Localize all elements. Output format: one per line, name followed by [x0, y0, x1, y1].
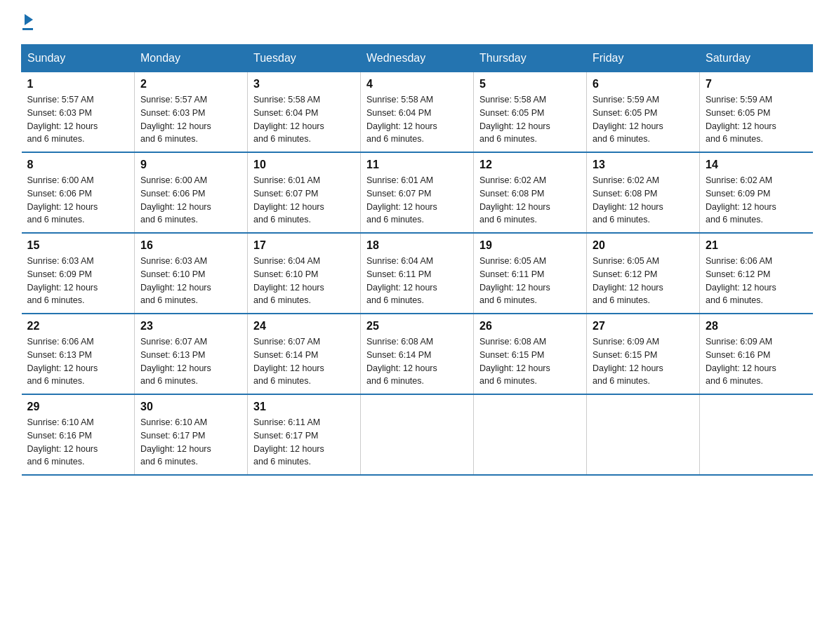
day-number: 23: [140, 320, 241, 333]
calendar-cell: 21 Sunrise: 6:06 AMSunset: 6:12 PMDaylig…: [700, 233, 813, 314]
calendar-cell: 7 Sunrise: 5:59 AMSunset: 6:05 PMDayligh…: [700, 72, 813, 153]
calendar-cell: 27 Sunrise: 6:09 AMSunset: 6:15 PMDaylig…: [587, 314, 700, 394]
calendar-body: 1 Sunrise: 5:57 AMSunset: 6:03 PMDayligh…: [22, 72, 813, 476]
day-info: Sunrise: 5:57 AMSunset: 6:03 PMDaylight:…: [27, 93, 129, 146]
calendar-cell: [361, 394, 474, 475]
day-number: 1: [27, 78, 129, 90]
calendar-cell: 18 Sunrise: 6:04 AMSunset: 6:11 PMDaylig…: [361, 233, 474, 314]
day-info: Sunrise: 6:05 AMSunset: 6:12 PMDaylight:…: [593, 255, 694, 307]
calendar-cell: 13 Sunrise: 6:02 AMSunset: 6:08 PMDaylig…: [587, 152, 700, 233]
calendar-header: Sunday Monday Tuesday Wednesday Thursday…: [22, 45, 813, 72]
day-number: 5: [479, 78, 581, 90]
calendar-cell: 22 Sunrise: 6:06 AMSunset: 6:13 PMDaylig…: [22, 314, 135, 394]
day-number: 13: [593, 159, 694, 171]
calendar-cell: 14 Sunrise: 6:02 AMSunset: 6:09 PMDaylig…: [700, 152, 813, 233]
calendar-week-row: 15 Sunrise: 6:03 AMSunset: 6:09 PMDaylig…: [22, 233, 813, 314]
day-info: Sunrise: 6:08 AMSunset: 6:15 PMDaylight:…: [479, 335, 581, 388]
calendar-cell: 20 Sunrise: 6:05 AMSunset: 6:12 PMDaylig…: [587, 233, 700, 314]
day-info: Sunrise: 5:57 AMSunset: 6:03 PMDaylight:…: [140, 93, 241, 146]
calendar-week-row: 22 Sunrise: 6:06 AMSunset: 6:13 PMDaylig…: [22, 314, 813, 394]
day-info: Sunrise: 6:02 AMSunset: 6:09 PMDaylight:…: [706, 174, 807, 227]
day-number: 29: [27, 401, 129, 413]
day-info: Sunrise: 6:06 AMSunset: 6:13 PMDaylight:…: [27, 335, 129, 388]
calendar-week-row: 1 Sunrise: 5:57 AMSunset: 6:03 PMDayligh…: [22, 72, 813, 153]
day-info: Sunrise: 5:59 AMSunset: 6:05 PMDaylight:…: [593, 93, 694, 146]
calendar-cell: 23 Sunrise: 6:07 AMSunset: 6:13 PMDaylig…: [135, 314, 248, 394]
day-number: 14: [706, 159, 807, 171]
calendar-cell: 31 Sunrise: 6:11 AMSunset: 6:17 PMDaylig…: [248, 394, 361, 475]
header-monday: Monday: [135, 45, 248, 72]
day-info: Sunrise: 6:11 AMSunset: 6:17 PMDaylight:…: [253, 416, 355, 469]
calendar-week-row: 8 Sunrise: 6:00 AMSunset: 6:06 PMDayligh…: [22, 152, 813, 233]
calendar-cell: 5 Sunrise: 5:58 AMSunset: 6:05 PMDayligh…: [474, 72, 587, 153]
day-number: 11: [366, 159, 468, 171]
day-number: 2: [140, 78, 241, 90]
day-number: 31: [253, 401, 355, 413]
day-info: Sunrise: 6:00 AMSunset: 6:06 PMDaylight:…: [27, 174, 129, 227]
header-wednesday: Wednesday: [361, 45, 474, 72]
header-row: Sunday Monday Tuesday Wednesday Thursday…: [22, 45, 813, 72]
logo-arrow-icon: [25, 14, 33, 25]
calendar-cell: 26 Sunrise: 6:08 AMSunset: 6:15 PMDaylig…: [474, 314, 587, 394]
header-saturday: Saturday: [700, 45, 813, 72]
day-number: 6: [593, 78, 694, 90]
day-info: Sunrise: 6:02 AMSunset: 6:08 PMDaylight:…: [593, 174, 694, 227]
day-number: 16: [140, 239, 241, 252]
calendar-cell: 19 Sunrise: 6:05 AMSunset: 6:11 PMDaylig…: [474, 233, 587, 314]
day-number: 27: [593, 320, 694, 333]
day-info: Sunrise: 6:09 AMSunset: 6:16 PMDaylight:…: [706, 335, 807, 388]
day-number: 21: [706, 239, 807, 252]
calendar-cell: 24 Sunrise: 6:07 AMSunset: 6:14 PMDaylig…: [248, 314, 361, 394]
calendar-cell: 12 Sunrise: 6:02 AMSunset: 6:08 PMDaylig…: [474, 152, 587, 233]
header-thursday: Thursday: [474, 45, 587, 72]
calendar-cell: 1 Sunrise: 5:57 AMSunset: 6:03 PMDayligh…: [22, 72, 135, 153]
day-info: Sunrise: 5:59 AMSunset: 6:05 PMDaylight:…: [706, 93, 807, 146]
day-info: Sunrise: 6:07 AMSunset: 6:14 PMDaylight:…: [253, 335, 355, 388]
calendar-cell: 8 Sunrise: 6:00 AMSunset: 6:06 PMDayligh…: [22, 152, 135, 233]
day-info: Sunrise: 6:00 AMSunset: 6:06 PMDaylight:…: [140, 174, 241, 227]
day-number: 8: [27, 159, 129, 171]
day-number: 17: [253, 239, 355, 252]
day-info: Sunrise: 6:01 AMSunset: 6:07 PMDaylight:…: [253, 174, 355, 227]
day-info: Sunrise: 6:08 AMSunset: 6:14 PMDaylight:…: [366, 335, 468, 388]
calendar-cell: 17 Sunrise: 6:04 AMSunset: 6:10 PMDaylig…: [248, 233, 361, 314]
calendar-cell: 28 Sunrise: 6:09 AMSunset: 6:16 PMDaylig…: [700, 314, 813, 394]
calendar-cell: 25 Sunrise: 6:08 AMSunset: 6:14 PMDaylig…: [361, 314, 474, 394]
day-info: Sunrise: 6:09 AMSunset: 6:15 PMDaylight:…: [593, 335, 694, 388]
calendar-cell: 29 Sunrise: 6:10 AMSunset: 6:16 PMDaylig…: [22, 394, 135, 475]
day-info: Sunrise: 6:10 AMSunset: 6:17 PMDaylight:…: [140, 416, 241, 469]
calendar-cell: 16 Sunrise: 6:03 AMSunset: 6:10 PMDaylig…: [135, 233, 248, 314]
logo-underline: [22, 28, 33, 30]
day-info: Sunrise: 5:58 AMSunset: 6:04 PMDaylight:…: [253, 93, 355, 146]
logo: [21, 14, 33, 30]
day-number: 30: [140, 401, 241, 413]
day-info: Sunrise: 6:02 AMSunset: 6:08 PMDaylight:…: [479, 174, 581, 227]
day-number: 22: [27, 320, 129, 333]
calendar-cell: 30 Sunrise: 6:10 AMSunset: 6:17 PMDaylig…: [135, 394, 248, 475]
day-number: 26: [479, 320, 581, 333]
header-tuesday: Tuesday: [248, 45, 361, 72]
day-number: 18: [366, 239, 468, 252]
day-info: Sunrise: 6:03 AMSunset: 6:10 PMDaylight:…: [140, 255, 241, 307]
day-info: Sunrise: 6:06 AMSunset: 6:12 PMDaylight:…: [706, 255, 807, 307]
day-info: Sunrise: 6:07 AMSunset: 6:13 PMDaylight:…: [140, 335, 241, 388]
logo-blue-text: [22, 14, 33, 27]
day-number: 19: [479, 239, 581, 252]
day-info: Sunrise: 6:04 AMSunset: 6:10 PMDaylight:…: [253, 255, 355, 307]
calendar-cell: 11 Sunrise: 6:01 AMSunset: 6:07 PMDaylig…: [361, 152, 474, 233]
day-number: 20: [593, 239, 694, 252]
day-number: 7: [706, 78, 807, 90]
day-info: Sunrise: 6:05 AMSunset: 6:11 PMDaylight:…: [479, 255, 581, 307]
day-info: Sunrise: 6:01 AMSunset: 6:07 PMDaylight:…: [366, 174, 468, 227]
calendar-cell: [587, 394, 700, 475]
day-info: Sunrise: 5:58 AMSunset: 6:04 PMDaylight:…: [366, 93, 468, 146]
calendar-cell: 3 Sunrise: 5:58 AMSunset: 6:04 PMDayligh…: [248, 72, 361, 153]
calendar-cell: 10 Sunrise: 6:01 AMSunset: 6:07 PMDaylig…: [248, 152, 361, 233]
logo-blue-block: [22, 14, 33, 30]
day-number: 25: [366, 320, 468, 333]
day-number: 24: [253, 320, 355, 333]
header-sunday: Sunday: [22, 45, 135, 72]
calendar-cell: 6 Sunrise: 5:59 AMSunset: 6:05 PMDayligh…: [587, 72, 700, 153]
day-number: 10: [253, 159, 355, 171]
calendar-cell: 2 Sunrise: 5:57 AMSunset: 6:03 PMDayligh…: [135, 72, 248, 153]
